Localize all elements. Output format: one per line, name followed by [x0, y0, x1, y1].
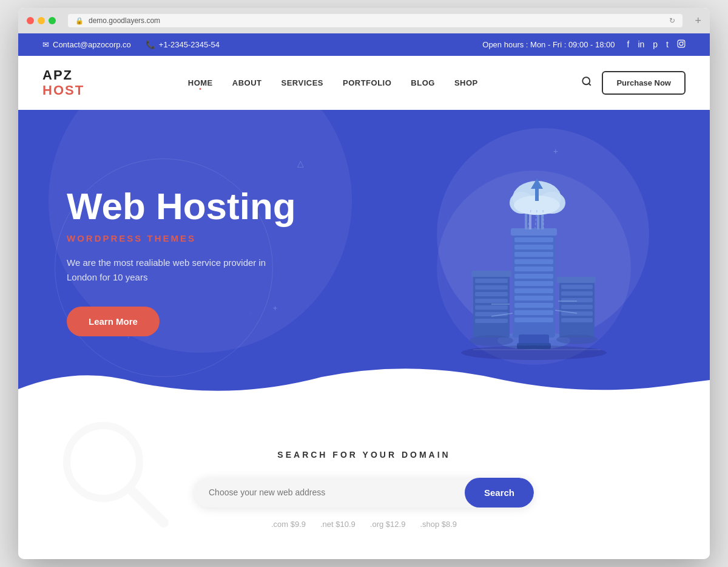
svg-rect-41 [561, 318, 593, 322]
svg-rect-37 [561, 291, 593, 296]
domain-search-button[interactable]: Search [465, 478, 534, 508]
close-dot[interactable] [27, 17, 34, 24]
svg-rect-16 [514, 296, 553, 300]
svg-rect-12 [514, 267, 553, 271]
domain-section: SEARCH FOR YOUR DOMAIN Search .com $9.9 … [18, 413, 710, 559]
nav-home[interactable]: HOME [188, 78, 213, 87]
hero-illustration [406, 134, 661, 389]
add-tab-button[interactable]: + [695, 15, 701, 27]
svg-rect-15 [514, 288, 553, 293]
svg-rect-9 [514, 245, 553, 250]
domain-prices: .com $9.9 .net $10.9 .org $12.9 .shop $8… [42, 520, 686, 529]
logo: APZ HOST [42, 68, 84, 97]
price-org: .org $12.9 [370, 520, 406, 529]
top-bar-right: Open hours : Mon - Fri : 09:00 - 18:00 f… [482, 39, 686, 50]
svg-point-34 [470, 335, 513, 346]
search-button[interactable] [581, 76, 592, 90]
svg-rect-39 [561, 305, 593, 309]
minimize-dot[interactable] [38, 17, 45, 24]
svg-rect-30 [475, 305, 508, 310]
browser-url: demo.goodlayers.com [89, 16, 160, 25]
phone-contact[interactable]: 📞 +1-2345-2345-54 [146, 40, 220, 49]
nav-links: HOME ABOUT SERVICES PORTFOLIO BLOG SHOP [188, 78, 478, 87]
nav-services[interactable]: SERVICES [281, 78, 323, 87]
browser-dots [27, 17, 56, 24]
svg-line-61 [131, 490, 164, 523]
instagram-icon[interactable] [677, 39, 686, 50]
svg-rect-38 [561, 298, 593, 302]
price-com: .com $9.9 [271, 520, 306, 529]
top-bar-left: ✉ Contact@apzocorp.co 📞 +1-2345-2345-54 [42, 40, 220, 49]
email-text: Contact@apzocorp.co [53, 40, 131, 49]
domain-search-wrap: Search [194, 478, 534, 508]
facebook-icon[interactable]: f [627, 39, 630, 50]
svg-rect-27 [475, 285, 508, 290]
svg-point-3 [583, 77, 590, 84]
svg-rect-36 [561, 285, 593, 289]
social-icons: f in p t [627, 39, 686, 50]
svg-rect-32 [475, 319, 508, 323]
lock-icon: 🔒 [75, 17, 84, 25]
nav-right: Purchase Now [581, 71, 686, 95]
browser-titlebar: 🔒 demo.goodlayers.com ↻ + [18, 8, 710, 33]
svg-point-2 [682, 41, 684, 42]
browser-addressbar: 🔒 demo.goodlayers.com ↻ [68, 14, 682, 27]
price-shop: .shop $8.9 [420, 520, 457, 529]
hero-content: Web Hosting WORDPRESS THEMES We are the … [67, 186, 296, 336]
svg-rect-28 [475, 292, 508, 296]
svg-rect-20 [511, 228, 557, 236]
svg-rect-14 [514, 281, 553, 286]
hours-text: Open hours : Mon - Fri : 09:00 - 18:00 [482, 40, 615, 49]
email-icon: ✉ [42, 40, 49, 49]
learn-more-button[interactable]: Learn More [67, 307, 160, 336]
svg-rect-0 [678, 40, 685, 47]
svg-rect-11 [514, 259, 553, 264]
email-contact[interactable]: ✉ Contact@apzocorp.co [42, 40, 131, 49]
domain-title: SEARCH FOR YOUR DOMAIN [42, 450, 686, 460]
nav-portfolio[interactable]: PORTFOLIO [343, 78, 391, 87]
svg-point-60 [67, 426, 140, 498]
svg-rect-8 [514, 237, 553, 242]
hero-description: We are the most realiable web service pr… [67, 256, 273, 285]
pinterest-icon[interactable]: p [653, 39, 658, 50]
svg-line-4 [589, 83, 591, 85]
svg-rect-31 [475, 312, 508, 316]
phone-text: +1-2345-2345-54 [159, 40, 220, 49]
logo-apz: APZ [42, 68, 84, 83]
maximize-dot[interactable] [49, 17, 56, 24]
logo-host: HOST [42, 83, 84, 98]
hero-section: △ + + ◦ ○ Web Hosting WORDPRESS THEMES W… [18, 110, 710, 413]
svg-point-43 [556, 334, 598, 344]
domain-search-input[interactable] [194, 478, 465, 508]
svg-point-1 [679, 42, 683, 46]
deco-triangle: △ [297, 158, 304, 168]
nav-blog[interactable]: BLOG [411, 78, 435, 87]
navbar: APZ HOST HOME ABOUT SERVICES PORTFOLIO B… [18, 56, 710, 109]
svg-rect-17 [514, 303, 553, 308]
nav-shop[interactable]: SHOP [454, 78, 478, 87]
hero-title: Web Hosting [67, 186, 296, 226]
svg-rect-29 [475, 299, 508, 303]
top-bar: ✉ Contact@apzocorp.co 📞 +1-2345-2345-54 … [18, 33, 710, 56]
svg-point-59 [461, 345, 607, 360]
svg-rect-13 [514, 274, 553, 279]
nav-about[interactable]: ABOUT [232, 78, 262, 87]
purchase-button[interactable]: Purchase Now [602, 71, 686, 95]
price-net: .net $10.9 [320, 520, 356, 529]
phone-icon: 📞 [146, 40, 155, 49]
linkedin-icon[interactable]: in [638, 39, 644, 50]
svg-rect-33 [471, 271, 511, 277]
twitter-icon[interactable]: t [666, 39, 669, 50]
hero-subtitle: WORDPRESS THEMES [67, 233, 296, 243]
refresh-icon[interactable]: ↻ [669, 16, 675, 25]
svg-rect-19 [514, 317, 553, 322]
svg-rect-18 [514, 310, 553, 315]
svg-rect-10 [514, 252, 553, 257]
browser-window: 🔒 demo.goodlayers.com ↻ + ✉ Contact@apzo… [18, 8, 710, 559]
svg-rect-26 [475, 279, 508, 283]
svg-rect-42 [557, 277, 596, 283]
